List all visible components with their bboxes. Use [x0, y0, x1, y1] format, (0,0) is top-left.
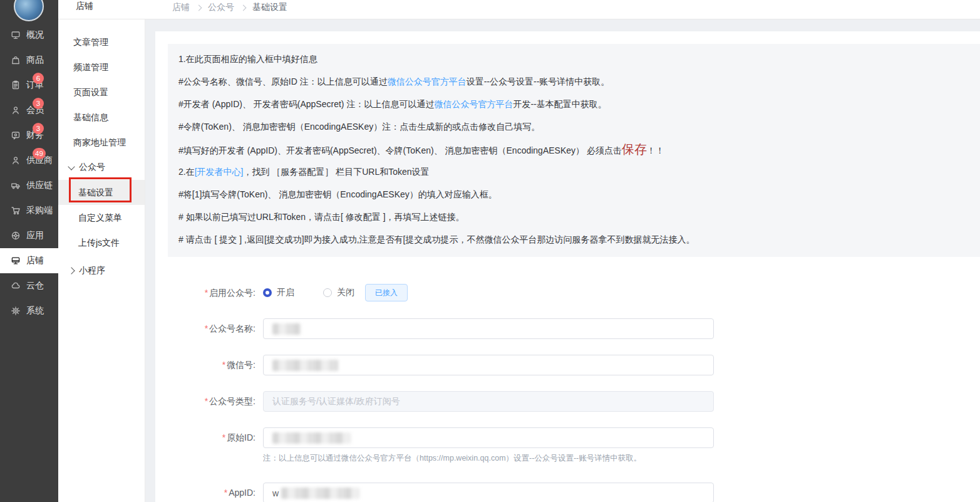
sidebar-item-members[interactable]: 会员 3 [0, 98, 58, 123]
instruction-text: 1.在此页面相应的输入框中填好信息 [178, 54, 317, 64]
official-platform-link[interactable]: 微信公众号官方平台 [434, 99, 513, 109]
enable-radio-group: 开启 关闭 [263, 284, 354, 301]
gear-icon [11, 306, 21, 316]
original-id-note: 注：以上信息可以通过微信公众号官方平台（https://mp.weixin.qq… [263, 453, 641, 464]
sidebar-item-supply-chain[interactable]: 供应链 [0, 173, 58, 198]
sidebar-item-label: 采购端 [26, 205, 53, 216]
primary-sidebar-menu: 概况 商品 订单 6 会员 3 [0, 23, 58, 323]
instruction-line: #开发者 (AppID)、 开发者密码(AppSecret) 注：以上信息可以通… [168, 93, 980, 115]
instruction-line: 2.在[开发者中心]，找到 ［服务器配置］ 栏目下URL和Token设置 [168, 160, 980, 183]
radio-off[interactable] [323, 288, 332, 297]
submenu-group-label: 公众号 [79, 162, 105, 173]
wechat-id-input[interactable] [263, 355, 714, 375]
sidebar-item-label: 云仓 [26, 280, 44, 291]
chevron-right-icon [68, 267, 75, 274]
avatar[interactable] [14, 0, 44, 21]
wechat-id-label: *微信号: [155, 355, 255, 375]
settings-card: 1.在此页面相应的输入框中填好信息 #公众号名称、微信号、原始ID 注：以上信息… [155, 31, 980, 502]
sidebar-item-cloud-warehouse[interactable]: 云仓 [0, 273, 58, 298]
breadcrumb-basic-settings: 基础设置 [252, 2, 287, 13]
app-id-input[interactable]: w [263, 483, 714, 502]
main-content-area: 1.在此页面相应的输入框中填好信息 #公众号名称、微信号、原始ID 注：以上信息… [145, 19, 980, 502]
redacted-value [281, 488, 359, 499]
radio-on-label[interactable]: 开启 [277, 287, 294, 298]
required-asterisk: * [224, 488, 227, 498]
submenu-item-basic-info[interactable]: 基础信息 [58, 105, 145, 130]
submenu-title: 店铺 [76, 1, 93, 12]
submenu-item-page-settings[interactable]: 页面设置 [58, 80, 145, 105]
official-platform-link[interactable]: 微信公众号官方平台 [388, 76, 467, 86]
chevron-right-icon [196, 5, 202, 11]
account-name-label: *公众号名称: [155, 318, 255, 339]
instruction-line: #将[1]填写令牌(ToKen)、 消息加密密钥（EncodingAESKey）… [168, 183, 980, 206]
instruction-text: #公众号名称、微信号、原始ID 注：以上信息可以通过 [178, 76, 388, 86]
finance-chat-icon [11, 130, 21, 140]
sidebar-item-finance[interactable]: 财务 3 [0, 123, 58, 148]
sidebar-item-label: 概况 [26, 29, 44, 41]
form-row-account-type: *公众号类型: 认证服务号/认证媒体/政府订阅号 [155, 391, 980, 412]
save-emphasis-text: 保存 [622, 142, 647, 156]
procurement-cart-icon [11, 206, 21, 216]
instruction-line: # 请点击 [ 提交 ] ,返回[提交成功]即为接入成功,注意是否有[提交成功提… [168, 228, 980, 251]
secondary-sidebar-menu: 文章管理 频道管理 页面设置 基础信息 商家地址管理 公众号 基础设置 自定义菜… [58, 19, 145, 283]
radio-off-label[interactable]: 关闭 [337, 287, 354, 298]
required-asterisk: * [205, 323, 208, 333]
submenu-item-upload-js[interactable]: 上传js文件 [58, 230, 145, 255]
instruction-line: #令牌(ToKen)、 消息加密密钥（EncodingAESKey）注：点击生成… [168, 115, 980, 138]
instruction-text: ！！ [647, 145, 664, 155]
sidebar-item-supplier[interactable]: 供应商 49 [0, 148, 58, 173]
sidebar-item-procurement[interactable]: 采购端 [0, 198, 58, 223]
form-row-app-id: *AppID: w [155, 483, 980, 502]
instruction-line: #填写好的开发者 (AppID)、开发者密码(AppSecret)、令牌(ToK… [168, 138, 980, 160]
instruction-text: #令牌(ToKen)、 消息加密密钥（EncodingAESKey）注：点击生成… [178, 122, 540, 132]
primary-sidebar: 概况 商品 订单 6 会员 3 [0, 0, 58, 502]
form-row-wechat-id: *微信号: [155, 355, 980, 375]
submenu-item-basic-settings[interactable]: 基础设置 [58, 180, 145, 205]
developer-center-link[interactable]: [开发者中心] [195, 167, 244, 177]
supplier-user-icon [11, 155, 21, 165]
form-row-enable: *启用公众号: 开启 关闭 已接入 [155, 284, 980, 301]
instruction-text: 开发--基本配置中获取。 [513, 99, 606, 109]
sidebar-item-shop[interactable]: 店铺 [0, 248, 58, 273]
submenu-item-custom-menu[interactable]: 自定义菜单 [58, 205, 145, 230]
required-asterisk: * [222, 432, 225, 442]
redacted-value [272, 360, 338, 371]
instruction-text: #开发者 (AppID)、 开发者密码(AppSecret) 注：以上信息可以通… [178, 99, 434, 109]
members-badge: 3 [33, 98, 44, 109]
app-window: 概况 商品 订单 6 会员 3 [0, 0, 980, 502]
sidebar-item-label: 供应链 [26, 180, 53, 191]
form-row-account-name: *公众号名称: [155, 318, 980, 339]
account-type-input[interactable]: 认证服务号/认证媒体/政府订阅号 [263, 391, 714, 412]
supply-chain-truck-icon [11, 180, 21, 191]
sidebar-item-apps[interactable]: 应用 [0, 223, 58, 248]
breadcrumb-shop[interactable]: 店铺 [172, 2, 190, 13]
submenu-group-mini-program[interactable]: 小程序 [58, 258, 145, 283]
chevron-down-icon [68, 163, 75, 170]
enable-label: *启用公众号: [155, 284, 255, 301]
sidebar-item-system[interactable]: 系统 [0, 298, 58, 323]
instruction-line: # 如果以前已填写过URL和Token，请点击[ 修改配置 ]，再填写上述链接。 [168, 206, 980, 228]
instruction-line: #公众号名称、微信号、原始ID 注：以上信息可以通过微信公众号官方平台设置--公… [168, 70, 980, 93]
sidebar-item-orders[interactable]: 订单 6 [0, 73, 58, 98]
required-asterisk: * [205, 288, 208, 298]
sidebar-item-overview[interactable]: 概况 [0, 23, 58, 48]
account-name-input[interactable] [263, 318, 714, 339]
orders-badge: 6 [33, 73, 44, 84]
submenu-group-label: 小程序 [79, 265, 105, 276]
sidebar-item-label: 店铺 [26, 255, 44, 266]
radio-on[interactable] [263, 288, 272, 297]
submenu-item-article-management[interactable]: 文章管理 [58, 29, 145, 55]
submenu-group-official-account[interactable]: 公众号 [58, 155, 145, 180]
instruction-text: 2.在 [178, 167, 195, 177]
submenu-item-channel-management[interactable]: 频道管理 [58, 55, 145, 80]
instruction-line: 1.在此页面相应的输入框中填好信息 [168, 48, 980, 70]
original-id-input[interactable] [263, 427, 714, 448]
submenu-item-merchant-address[interactable]: 商家地址管理 [58, 130, 145, 155]
sidebar-item-goods[interactable]: 商品 [0, 48, 58, 73]
app-id-label: *AppID: [155, 483, 255, 502]
connected-status-button[interactable]: 已接入 [365, 284, 408, 301]
breadcrumb-official-account[interactable]: 公众号 [208, 2, 234, 13]
account-type-label: *公众号类型: [155, 391, 255, 412]
form-row-original-id: *原始ID: [155, 427, 980, 448]
goods-bag-icon [11, 55, 21, 65]
